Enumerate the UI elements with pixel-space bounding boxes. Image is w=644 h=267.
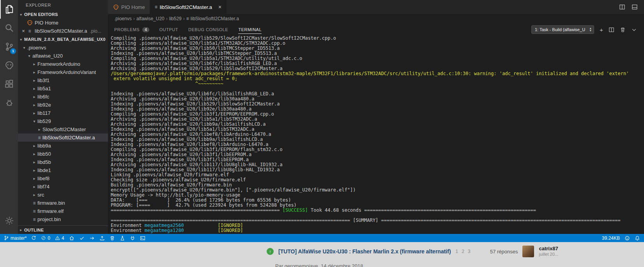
last-reply-block: catrix87 juillet 20... xyxy=(539,246,558,257)
tree-item-label: lib529 xyxy=(37,118,51,124)
tree-item-lib6fc[interactable]: ▸lib6fc xyxy=(18,93,108,101)
tree-item-label: .pioenvs xyxy=(27,45,46,51)
breadcrumb-separator: › xyxy=(183,16,185,21)
page-link[interactable]: 3 xyxy=(468,249,471,254)
pio-upload-button[interactable] xyxy=(89,235,95,241)
pio-build-button[interactable] xyxy=(79,235,85,241)
tree-item-SlowSoftI2CMaster[interactable]: ▸SlowSoftI2CMaster xyxy=(18,125,108,134)
tree-item-lib3f1[interactable]: ▸lib3f1 xyxy=(18,76,108,84)
tree-item-libde1[interactable]: ▸libde1 xyxy=(18,166,108,174)
search-icon[interactable] xyxy=(0,19,18,37)
tree-item-lib92e[interactable]: ▸lib92e xyxy=(18,101,108,109)
author-link[interactable]: catrix87 xyxy=(539,246,558,251)
file-icon: ≡ xyxy=(31,200,37,206)
platformio-icon[interactable] xyxy=(0,56,18,75)
up-arrow-icon: ↑ xyxy=(269,249,271,254)
branch-name: master* xyxy=(11,235,27,241)
errors-indicator[interactable]: 0 xyxy=(41,235,50,241)
split-editor-icon[interactable] xyxy=(619,4,625,10)
file-size-indicator[interactable]: 39.24KB xyxy=(602,235,620,241)
breadcrumb-item[interactable]: alfawise_U20 xyxy=(136,16,165,21)
tree-item-project.bin[interactable]: ≡project.bin xyxy=(18,215,108,223)
git-branch-indicator[interactable]: master* xyxy=(4,235,27,241)
project-root-header[interactable]: ▾ MARLIN_2.0.X_BETA_ALFAWISE_UX0 xyxy=(18,35,108,44)
tree-item-libb9a[interactable]: ▸libb9a xyxy=(18,142,108,150)
extensions-icon[interactable] xyxy=(0,75,18,93)
split-terminal-icon[interactable] xyxy=(609,27,614,33)
tree-item-label: libf74 xyxy=(37,184,50,190)
pio-home-button[interactable] xyxy=(69,235,74,241)
editor-layout-icon[interactable] xyxy=(632,4,638,10)
close-icon[interactable]: × xyxy=(20,28,27,34)
open-editor-libslowsofti2cmaster[interactable]: × ≡ libSlowSoftI2CMaster.a .pio... xyxy=(18,27,108,35)
tree-item-lib117[interactable]: ▸lib117 xyxy=(18,109,108,117)
tab-output[interactable]: OUTPUT xyxy=(159,25,178,34)
feedback-smiley-button[interactable] xyxy=(625,235,630,241)
topic-byline: Par geromemojave, 14 décembre 2018 xyxy=(275,263,363,267)
tab-pio-home[interactable]: PIO Home xyxy=(108,0,150,14)
tree-item-lib5a1[interactable]: ▸lib5a1 xyxy=(18,84,108,93)
open-editors-header[interactable]: ▾ OPEN EDITORS xyxy=(18,10,108,19)
warning-icon xyxy=(55,235,60,241)
breadcrumb-item[interactable]: .pioenvs xyxy=(114,16,132,21)
tree-item-libef8[interactable]: ▸libef8 xyxy=(18,174,108,183)
tree-item-firmware.bin[interactable]: ≡firmware.bin xyxy=(18,199,108,207)
notifications-bell-button[interactable] xyxy=(635,235,640,241)
outline-header[interactable]: ▸ OUTLINE xyxy=(18,225,108,234)
pio-test-button[interactable] xyxy=(120,235,125,241)
warnings-indicator[interactable]: 4 xyxy=(55,235,64,241)
chevron-right-icon: ▸ xyxy=(31,111,37,115)
tree-item-firmware.elf[interactable]: ≡firmware.elf xyxy=(18,207,108,215)
tree-item-alfawise_U20[interactable]: ▾alfawise_U20 xyxy=(18,52,108,60)
page-link[interactable]: 1 xyxy=(456,249,458,254)
tree-item-FrameworkArduinoVariant[interactable]: ▸FrameworkArduinoVariant xyxy=(18,68,108,76)
page-link[interactable]: 2 xyxy=(462,249,464,254)
chevron-right-icon: ▸ xyxy=(18,228,24,232)
tree-item-src[interactable]: ▸src xyxy=(18,191,108,199)
tree-item-lib529[interactable]: ▾lib529 xyxy=(18,117,108,125)
tree-item-libf74[interactable]: ▸libf74 xyxy=(18,183,108,191)
status-bar-right: 39.24KB xyxy=(602,235,640,241)
project-root-label: MARLIN_2.0.X_BETA_ALFAWISE_UX0 xyxy=(24,37,106,42)
breadcrumb-item[interactable]: lib529 xyxy=(169,16,182,21)
sidebar-title: EXPLORER xyxy=(18,0,108,10)
pio-serial-monitor-button[interactable] xyxy=(130,235,135,241)
tree-item-libb50[interactable]: ▸libb50 xyxy=(18,150,108,158)
tree-item-label: project.bin xyxy=(37,216,61,222)
terminal-output[interactable]: Compiling .pioenvs/alfawise_U20/lib529/S… xyxy=(108,36,644,234)
tree-item-libd5b[interactable]: ▸libd5b xyxy=(18,158,108,166)
pio-clean-button[interactable] xyxy=(110,235,115,241)
close-icon[interactable]: × xyxy=(218,4,221,10)
avatar[interactable] xyxy=(522,246,534,257)
topic-pagination: 1 2 3 xyxy=(456,249,471,254)
file-icon: ≡ xyxy=(186,16,189,21)
kill-terminal-icon[interactable] xyxy=(620,27,626,33)
source-control-icon[interactable]: 1 xyxy=(0,37,18,56)
chevron-right-icon: ▸ xyxy=(31,95,37,99)
terminal-picker[interactable]: 1: Task - Build (alfawise_U ▲▼ xyxy=(531,25,594,34)
open-editor-pio-home[interactable]: PIO Home xyxy=(18,19,108,27)
tab-problems[interactable]: PROBLEMS 4 xyxy=(114,25,149,34)
tree-item-.pioenvs[interactable]: ▾.pioenvs xyxy=(18,44,108,52)
tab-libslowsofti2cmaster[interactable]: ≡ libSlowSoftI2CMaster.a × xyxy=(150,0,227,14)
tree-item-FrameworkArduino[interactable]: ▸FrameworkArduino xyxy=(18,60,108,68)
new-terminal-icon[interactable]: + xyxy=(600,26,603,33)
pio-terminal-button[interactable] xyxy=(140,235,145,241)
explorer-icon[interactable] xyxy=(0,0,18,19)
breadcrumb-item[interactable]: libSlowSoftI2CMaster.a xyxy=(191,16,239,21)
tree-item-label: src xyxy=(37,192,44,198)
tree-item-libSlowSoftI2CMaster.a[interactable]: ≡libSlowSoftI2CMaster.a xyxy=(18,134,108,142)
tab-debug-console[interactable]: DEBUG CONSOLE xyxy=(188,25,228,34)
sync-button[interactable] xyxy=(31,235,36,241)
debug-icon[interactable] xyxy=(0,93,18,112)
tab-terminal[interactable]: TERMINAL xyxy=(238,25,262,34)
pio-upload-fs-button[interactable] xyxy=(99,235,105,241)
file-icon: ≡ xyxy=(31,217,37,222)
terminal-line: ^~~~~~~~~~ xyxy=(111,81,644,86)
chevron-down-icon[interactable] xyxy=(631,27,637,33)
topic-title-link[interactable]: [TUTO] AlfaWise U20x-U30 : Flasher Marli… xyxy=(278,248,451,255)
settings-gear-icon[interactable] xyxy=(0,211,18,230)
scm-badge: 1 xyxy=(10,48,16,54)
breadcrumb-separator: › xyxy=(133,16,135,21)
select-arrows-icon: ▲▼ xyxy=(589,27,592,32)
